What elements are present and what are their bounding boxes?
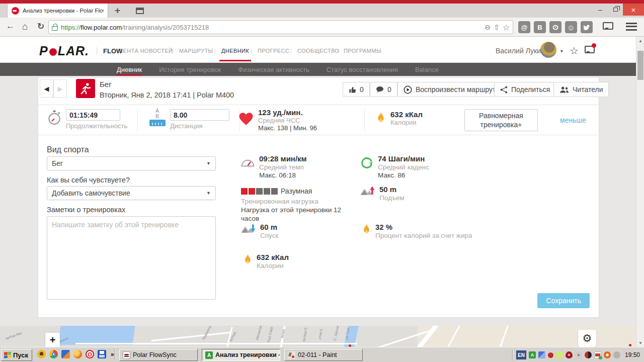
calories-detail: 632 кКал Калории <box>244 253 289 269</box>
map-street-label: улак А. <box>317 328 323 340</box>
chrome-icon[interactable] <box>49 350 58 358</box>
firefox-icon[interactable] <box>73 350 82 358</box>
vk-extension-icon[interactable]: B <box>534 21 546 33</box>
subnav-diary[interactable]: Дневник <box>117 63 142 76</box>
tray-icon-orange[interactable] <box>604 351 611 358</box>
nav-community[interactable]: СООБЩЕСТВО <box>297 48 340 54</box>
avatar[interactable] <box>540 42 556 58</box>
save-app-icon[interactable] <box>98 350 106 358</box>
nav-feed[interactable]: ЛЕНТА НОВОСТЕЙ <box>119 48 173 54</box>
task-training-analysis[interactable]: A Анализ тренировки - ... <box>202 349 280 361</box>
page-scrollbar[interactable]: ▲ ▼ <box>636 37 644 347</box>
map-street-label: йкова <box>280 329 285 338</box>
new-tab-button[interactable]: + <box>115 5 120 16</box>
flame-icon <box>376 111 385 124</box>
tray-icon-red[interactable] <box>548 352 553 358</box>
nav-routes[interactable]: МАРШРУТЫ <box>179 48 213 54</box>
shield-app-icon[interactable] <box>61 350 70 358</box>
tab-list-icon[interactable] <box>136 8 144 14</box>
scrollbar-thumb[interactable] <box>637 51 643 80</box>
map-zoom-in-button[interactable]: + <box>45 333 60 347</box>
subnav-training-history[interactable]: История тренировок <box>159 63 221 76</box>
bookmark-star-icon[interactable]: ☆ <box>503 23 510 32</box>
back-button[interactable]: ← <box>6 21 15 31</box>
next-session-button[interactable]: ▶ <box>53 79 67 98</box>
polar-logo[interactable]: PLAR. <box>39 44 89 58</box>
myworld-extension-icon[interactable]: ☺ <box>565 21 577 33</box>
nav-diary[interactable]: ДНЕВНИК <box>221 48 249 54</box>
load-square <box>241 188 248 195</box>
tray-icon-leaf[interactable] <box>556 351 563 358</box>
reload-button[interactable]: ↻ <box>37 21 44 32</box>
menu-hamburger-icon[interactable] <box>626 23 637 31</box>
duration-input[interactable] <box>66 109 120 121</box>
previous-session-button[interactable]: ◀ <box>40 79 53 98</box>
session-subtitle: Вторник, Янв 2, 2018 17:41 | Polar M400 <box>100 91 234 99</box>
favorites-star-icon[interactable]: ☆ <box>570 45 579 57</box>
task-paint[interactable]: 02-011 - Paint <box>284 349 363 361</box>
browser-task-icon: A <box>205 351 213 359</box>
ascent-value: 50 m <box>379 185 405 194</box>
load-square <box>271 188 278 195</box>
pace-value: 09:28 мин/км <box>259 154 307 163</box>
subnav-balance[interactable]: Balance <box>415 63 439 76</box>
save-button[interactable]: Сохранить <box>537 293 590 308</box>
tray-icon-gray[interactable] <box>613 351 620 358</box>
quick-launch-overflow[interactable]: » <box>111 351 114 358</box>
ql-app-icon[interactable] <box>37 350 46 358</box>
scroll-up-arrow[interactable]: ▲ <box>636 37 644 45</box>
less-link[interactable]: меньше <box>560 116 586 124</box>
user-name[interactable]: Василий Лукин <box>496 47 545 55</box>
share-page-icon[interactable]: ⇧ <box>494 23 500 31</box>
map-settings-gear-icon[interactable]: ⚙ <box>578 330 596 347</box>
window-restore-button[interactable] <box>608 4 623 16</box>
sport-select[interactable]: Бег▼ <box>47 156 216 170</box>
window-close-button[interactable]: × <box>623 4 644 16</box>
distance-input[interactable] <box>170 109 229 121</box>
opera-icon[interactable]: O <box>86 350 94 358</box>
feeling-select[interactable]: Добавить самочувствие▼ <box>47 186 216 200</box>
share-icon <box>500 86 508 94</box>
chevron-down-icon[interactable]: ▼ <box>559 49 564 54</box>
tray-icon-a[interactable]: A <box>529 351 536 358</box>
comment-button[interactable]: 0 <box>370 82 397 97</box>
flow-brand: FLOW <box>97 47 122 55</box>
notifications-icon[interactable] <box>585 46 595 53</box>
twitter-bird-icon <box>583 24 590 30</box>
tray-icon-sync[interactable] <box>538 351 545 358</box>
chat-bubble-icon[interactable] <box>603 22 613 30</box>
scroll-down-arrow[interactable]: ▼ <box>636 339 644 347</box>
language-indicator[interactable]: EN <box>516 350 526 359</box>
polar-logo-dot-icon <box>49 48 57 56</box>
followers-button[interactable]: Читатели <box>553 82 609 97</box>
like-button[interactable]: 0 <box>343 82 370 97</box>
mailru-extension-icon[interactable]: @ <box>518 21 530 33</box>
subnav-recovery-status[interactable]: Статус восстановления <box>327 63 398 76</box>
subnav-activity[interactable]: Физическая активность <box>238 63 309 76</box>
replay-route-button[interactable]: Воспроизвести маршрут <box>397 82 502 97</box>
reader-mode-icon[interactable]: ⊖ <box>485 23 491 31</box>
https-lock-icon <box>52 26 58 31</box>
ok-extension-icon[interactable]: ⵙ <box>549 21 561 33</box>
load-square <box>249 188 255 195</box>
tray-icon-disc[interactable] <box>585 351 592 358</box>
notes-textarea[interactable] <box>47 216 216 300</box>
play-circle-icon <box>404 85 412 94</box>
nav-progress[interactable]: ПРОГРЕСС <box>258 48 289 54</box>
training-benefit-button[interactable]: Равномерная тренировка+ <box>464 109 538 131</box>
nav-programs[interactable]: ПРОГРАММЫ <box>344 48 381 54</box>
share-button[interactable]: Поделиться <box>494 82 556 97</box>
browser-tab[interactable]: Анализ тренировки - Polar Flow <box>7 4 108 18</box>
tray-icon-user[interactable]: ● <box>575 351 582 358</box>
tray-icon-mail[interactable] <box>594 351 601 358</box>
tray-icon-shield[interactable]: × <box>566 351 573 358</box>
window-minimize-button[interactable]: – <box>593 4 608 16</box>
start-button[interactable]: Пуск <box>1 349 32 361</box>
polar-favicon-icon <box>12 7 19 15</box>
twitter-extension-icon[interactable] <box>581 21 593 33</box>
home-button[interactable]: ⌂ <box>22 21 28 32</box>
task-polar-flowsync[interactable]: Polar FlowSync <box>119 349 198 361</box>
route-map[interactable]: Арджанікі вуліця Механізат. вуліця П ула… <box>0 326 636 347</box>
system-tray: EN A × ● 19:50 <box>516 347 644 362</box>
url-bar[interactable]: https://flow.polar.com/training/analysis… <box>48 20 513 34</box>
